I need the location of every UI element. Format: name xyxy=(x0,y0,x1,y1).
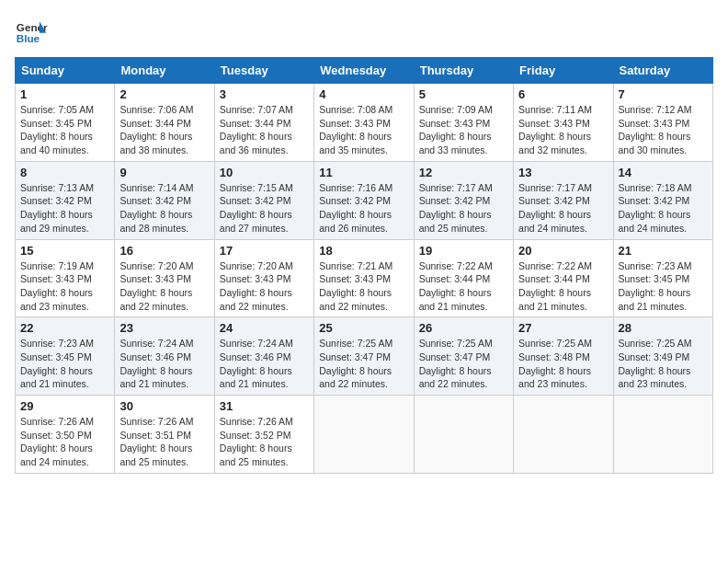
calendar-cell: 1 Sunrise: 7:05 AM Sunset: 3:45 PM Dayli… xyxy=(16,84,115,162)
day-info: Sunrise: 7:06 AM Sunset: 3:44 PM Dayligh… xyxy=(119,103,209,157)
day-info: Sunrise: 7:25 AM Sunset: 3:47 PM Dayligh… xyxy=(419,337,508,391)
header-tuesday: Tuesday xyxy=(214,58,313,84)
calendar-cell: 12 Sunrise: 7:17 AM Sunset: 3:42 PM Dayl… xyxy=(414,161,513,239)
day-number: 21 xyxy=(619,244,708,258)
calendar-cell xyxy=(613,396,712,474)
calendar-body: 1 Sunrise: 7:05 AM Sunset: 3:45 PM Dayli… xyxy=(16,84,713,474)
day-number: 5 xyxy=(419,87,508,101)
header-friday: Friday xyxy=(514,58,613,84)
day-number: 13 xyxy=(518,166,608,179)
calendar-cell: 3 Sunrise: 7:07 AM Sunset: 3:44 PM Dayli… xyxy=(214,84,313,162)
day-number: 12 xyxy=(419,166,508,179)
calendar-week-row: 29 Sunrise: 7:26 AM Sunset: 3:50 PM Dayl… xyxy=(16,396,713,474)
calendar-cell: 16 Sunrise: 7:20 AM Sunset: 3:43 PM Dayl… xyxy=(115,239,214,317)
calendar-cell: 10 Sunrise: 7:15 AM Sunset: 3:42 PM Dayl… xyxy=(214,161,313,239)
header-wednesday: Wednesday xyxy=(314,58,414,84)
day-info: Sunrise: 7:20 AM Sunset: 3:43 PM Dayligh… xyxy=(119,259,209,314)
calendar-cell: 19 Sunrise: 7:22 AM Sunset: 3:44 PM Dayl… xyxy=(414,239,513,317)
day-info: Sunrise: 7:14 AM Sunset: 3:42 PM Dayligh… xyxy=(119,181,209,236)
day-number: 26 xyxy=(419,321,508,335)
day-number: 18 xyxy=(319,244,408,258)
calendar-cell: 26 Sunrise: 7:25 AM Sunset: 3:47 PM Dayl… xyxy=(414,317,513,396)
day-info: Sunrise: 7:21 AM Sunset: 3:43 PM Dayligh… xyxy=(319,259,408,314)
day-info: Sunrise: 7:08 AM Sunset: 3:43 PM Dayligh… xyxy=(319,103,408,157)
logo: General Blue xyxy=(15,15,48,48)
day-number: 7 xyxy=(619,87,708,101)
day-info: Sunrise: 7:17 AM Sunset: 3:42 PM Dayligh… xyxy=(419,181,508,236)
calendar-table: Sunday Monday Tuesday Wednesday Thursday… xyxy=(15,57,713,474)
day-number: 23 xyxy=(119,321,209,335)
day-number: 25 xyxy=(319,321,408,335)
day-info: Sunrise: 7:25 AM Sunset: 3:49 PM Dayligh… xyxy=(619,337,708,391)
day-info: Sunrise: 7:05 AM Sunset: 3:45 PM Dayligh… xyxy=(20,103,109,157)
day-number: 27 xyxy=(518,321,608,335)
weekday-header-row: Sunday Monday Tuesday Wednesday Thursday… xyxy=(16,58,713,84)
day-number: 30 xyxy=(119,399,209,413)
calendar-cell: 31 Sunrise: 7:26 AM Sunset: 3:52 PM Dayl… xyxy=(214,396,313,474)
day-info: Sunrise: 7:23 AM Sunset: 3:45 PM Dayligh… xyxy=(20,337,109,391)
day-number: 15 xyxy=(20,244,109,258)
day-number: 17 xyxy=(220,244,309,258)
day-info: Sunrise: 7:26 AM Sunset: 3:50 PM Dayligh… xyxy=(20,415,109,469)
day-number: 6 xyxy=(518,87,608,101)
day-info: Sunrise: 7:25 AM Sunset: 3:47 PM Dayligh… xyxy=(319,337,408,391)
calendar-cell: 5 Sunrise: 7:09 AM Sunset: 3:43 PM Dayli… xyxy=(414,84,513,162)
calendar-cell: 17 Sunrise: 7:20 AM Sunset: 3:43 PM Dayl… xyxy=(214,239,313,317)
calendar-cell: 13 Sunrise: 7:17 AM Sunset: 3:42 PM Dayl… xyxy=(514,161,613,239)
day-info: Sunrise: 7:22 AM Sunset: 3:44 PM Dayligh… xyxy=(518,259,608,314)
day-info: Sunrise: 7:16 AM Sunset: 3:42 PM Dayligh… xyxy=(319,181,408,236)
day-number: 28 xyxy=(619,321,708,335)
calendar-cell: 29 Sunrise: 7:26 AM Sunset: 3:50 PM Dayl… xyxy=(16,396,115,474)
header-thursday: Thursday xyxy=(414,58,513,84)
logo-icon: General Blue xyxy=(15,15,48,48)
calendar-cell: 18 Sunrise: 7:21 AM Sunset: 3:43 PM Dayl… xyxy=(314,239,414,317)
day-number: 2 xyxy=(119,87,209,101)
calendar-cell: 14 Sunrise: 7:18 AM Sunset: 3:42 PM Dayl… xyxy=(613,161,712,239)
calendar-cell: 21 Sunrise: 7:23 AM Sunset: 3:45 PM Dayl… xyxy=(613,239,712,317)
day-number: 31 xyxy=(220,399,309,413)
day-info: Sunrise: 7:26 AM Sunset: 3:51 PM Dayligh… xyxy=(119,415,209,469)
day-info: Sunrise: 7:24 AM Sunset: 3:46 PM Dayligh… xyxy=(220,337,309,391)
day-info: Sunrise: 7:23 AM Sunset: 3:45 PM Dayligh… xyxy=(619,259,708,314)
calendar-cell: 30 Sunrise: 7:26 AM Sunset: 3:51 PM Dayl… xyxy=(115,396,214,474)
calendar-cell: 23 Sunrise: 7:24 AM Sunset: 3:46 PM Dayl… xyxy=(115,317,214,396)
day-number: 11 xyxy=(319,166,408,179)
day-info: Sunrise: 7:24 AM Sunset: 3:46 PM Dayligh… xyxy=(119,337,209,391)
day-info: Sunrise: 7:19 AM Sunset: 3:43 PM Dayligh… xyxy=(20,259,109,314)
calendar-cell: 24 Sunrise: 7:24 AM Sunset: 3:46 PM Dayl… xyxy=(214,317,313,396)
day-info: Sunrise: 7:11 AM Sunset: 3:43 PM Dayligh… xyxy=(518,103,608,157)
day-info: Sunrise: 7:20 AM Sunset: 3:43 PM Dayligh… xyxy=(220,259,309,314)
day-number: 3 xyxy=(220,87,309,101)
day-number: 19 xyxy=(419,244,508,258)
day-number: 4 xyxy=(319,87,408,101)
calendar-cell: 25 Sunrise: 7:25 AM Sunset: 3:47 PM Dayl… xyxy=(314,317,414,396)
day-number: 24 xyxy=(220,321,309,335)
calendar-week-row: 8 Sunrise: 7:13 AM Sunset: 3:42 PM Dayli… xyxy=(16,161,713,239)
day-number: 8 xyxy=(20,166,109,179)
calendar-cell: 20 Sunrise: 7:22 AM Sunset: 3:44 PM Dayl… xyxy=(514,239,613,317)
calendar-cell: 22 Sunrise: 7:23 AM Sunset: 3:45 PM Dayl… xyxy=(16,317,115,396)
calendar-cell: 6 Sunrise: 7:11 AM Sunset: 3:43 PM Dayli… xyxy=(514,84,613,162)
day-number: 9 xyxy=(119,166,209,179)
calendar-cell xyxy=(314,396,414,474)
calendar-cell xyxy=(414,396,513,474)
page-header: General Blue xyxy=(15,15,713,48)
day-number: 14 xyxy=(619,166,708,179)
day-info: Sunrise: 7:07 AM Sunset: 3:44 PM Dayligh… xyxy=(220,103,309,157)
calendar-cell: 9 Sunrise: 7:14 AM Sunset: 3:42 PM Dayli… xyxy=(115,161,214,239)
day-number: 22 xyxy=(20,321,109,335)
day-number: 29 xyxy=(20,399,109,413)
day-info: Sunrise: 7:25 AM Sunset: 3:48 PM Dayligh… xyxy=(518,337,608,391)
day-info: Sunrise: 7:13 AM Sunset: 3:42 PM Dayligh… xyxy=(20,181,109,236)
day-info: Sunrise: 7:15 AM Sunset: 3:42 PM Dayligh… xyxy=(220,181,309,236)
calendar-cell: 7 Sunrise: 7:12 AM Sunset: 3:43 PM Dayli… xyxy=(613,84,712,162)
day-info: Sunrise: 7:26 AM Sunset: 3:52 PM Dayligh… xyxy=(220,415,309,469)
calendar-cell: 4 Sunrise: 7:08 AM Sunset: 3:43 PM Dayli… xyxy=(314,84,414,162)
day-number: 20 xyxy=(518,244,608,258)
calendar-cell: 8 Sunrise: 7:13 AM Sunset: 3:42 PM Dayli… xyxy=(16,161,115,239)
day-number: 16 xyxy=(119,244,209,258)
header-sunday: Sunday xyxy=(16,58,115,84)
day-info: Sunrise: 7:18 AM Sunset: 3:42 PM Dayligh… xyxy=(619,181,708,236)
calendar-week-row: 15 Sunrise: 7:19 AM Sunset: 3:43 PM Dayl… xyxy=(16,239,713,317)
day-number: 10 xyxy=(220,166,309,179)
